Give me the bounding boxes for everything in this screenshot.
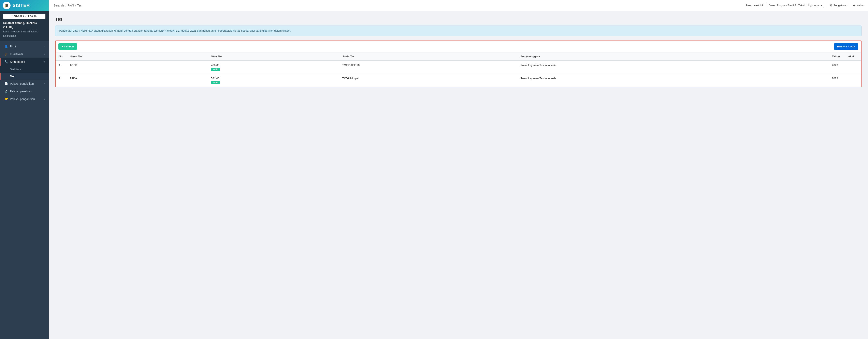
chevron-right-icon3: › (44, 82, 45, 85)
logout-button[interactable]: Keluar (853, 4, 864, 7)
cell-aksi (845, 61, 861, 74)
cell-jenis-tes: TKDA Himpsi (339, 74, 517, 87)
right-controls: Peran saat ini: Dosen Program Studi S1 T… (746, 3, 864, 8)
sidebar-item-pelaks-pendidikan[interactable]: 📄 Pelaks. pendidikan › (0, 80, 49, 88)
gear-icon (830, 4, 833, 7)
top-header: 🎓 SISTER Beranda / Profil / Tes Peran sa… (0, 0, 868, 11)
sidebar-welcome: Selamat datang, HENING GALIH, Dosen Prog… (3, 21, 45, 38)
sidebar-user-role: Dosen Program Studi S1 Teknik Lingkungan (3, 30, 38, 37)
kompetensi-icon: 🔧 (4, 60, 8, 63)
cell-jenis-tes: TOEP-TEFLIN (339, 61, 517, 74)
sidebar-item-kompetensi[interactable]: 🔧 Kompetensi ∨ (0, 58, 49, 66)
col-header-aksi: Aksi (845, 52, 861, 61)
sidebar-item-pelaks-pengabdian[interactable]: 🤝 Pelaks. pengabdian › (0, 95, 49, 103)
col-header-nama-tes: Nama Tes (66, 52, 208, 61)
col-header-jenis-tes: Jenis Tes (339, 52, 517, 61)
chevron-right-icon4: › (44, 90, 45, 93)
role-value: Dosen Program Studi S1 Teknik Lingkungan (768, 4, 820, 7)
logout-label: Keluar (857, 4, 864, 7)
app-name: SISTER (12, 3, 30, 8)
col-header-no: No. (56, 52, 66, 61)
cell-tahun: 2023 (829, 74, 845, 87)
tambah-button[interactable]: + Tambah (58, 43, 77, 49)
page-title: Tes (55, 16, 862, 22)
chevron-down-icon2: ∨ (43, 61, 45, 63)
penelitian-icon: 🔬 (4, 90, 8, 93)
col-header-tahun: Tahun (829, 52, 845, 61)
info-box: Pengajuan data TKBI/TKDA dapat dilakukan… (55, 26, 862, 36)
sidebar-item-profil[interactable]: 👤 Profil › (0, 42, 49, 50)
riwayat-label: Riwayat Ajuan (837, 45, 855, 48)
table-row: 2 TPDA 531.00 Valid TKDA Himpsi Pusat La… (56, 74, 861, 87)
cell-penyelenggara: Pusat Layanan Tes Indonesia (517, 74, 829, 87)
kualifikasi-icon: 🎓 (4, 53, 8, 56)
sidebar-user-card: 15/9/2023 - 11.00.36 Selamat datang, HEN… (0, 11, 49, 41)
sidebar-profil-label: Profil (10, 45, 17, 48)
divider2 (850, 3, 850, 8)
role-select[interactable]: Dosen Program Studi S1 Teknik Lingkungan… (767, 3, 824, 8)
cell-tahun: 2023 (829, 61, 845, 74)
profil-icon: 👤 (4, 45, 8, 48)
pendidikan-icon: 📄 (4, 82, 8, 85)
table-section: + Tambah Riwayat Ajuan No. Nama Tes Skor… (55, 40, 862, 87)
sidebar-item-tes[interactable]: Tes (0, 73, 49, 80)
sidebar: 15/9/2023 - 11.00.36 Selamat datang, HEN… (0, 11, 49, 339)
pengabdian-icon: 🤝 (4, 98, 8, 101)
breadcrumb-beranda[interactable]: Beranda (54, 4, 64, 7)
sidebar-username: Selamat datang, HENING GALIH, (3, 21, 37, 29)
role-label: Peran saat ini: (746, 4, 764, 7)
main-content: Tes Pengajuan data TKBI/TKDA dapat dilak… (49, 11, 868, 339)
sidebar-item-pelaks-penelitian[interactable]: 🔬 Pelaks. penelitian › (0, 88, 49, 95)
cell-skor-tes: 531.00 Valid (208, 74, 339, 87)
table-header-row: No. Nama Tes Skor Tes Jenis Tes Penyelen… (56, 52, 861, 61)
cell-nama-tes: TPDA (66, 74, 208, 87)
chevron-right-icon5: › (44, 98, 45, 100)
tes-table: No. Nama Tes Skor Tes Jenis Tes Penyelen… (56, 52, 861, 87)
badge-valid: Valid (211, 68, 220, 71)
table-actions: + Tambah Riwayat Ajuan (56, 41, 861, 52)
cell-nama-tes: TOEP (66, 61, 208, 74)
sidebar-kompetensi-label: Kompetensi (10, 60, 25, 63)
sidebar-item-sertifikasi[interactable]: Sertifikasi (0, 66, 49, 73)
cell-penyelenggara: Pusat Layanan Tes Indonesia (517, 61, 829, 74)
sidebar-penelitian-label: Pelaks. penelitian (10, 90, 32, 93)
sidebar-date: 15/9/2023 - 11.00.36 (3, 14, 45, 19)
chevron-down-icon: ▾ (821, 4, 822, 7)
logo-area: 🎓 SISTER (0, 0, 49, 11)
tambah-label: + Tambah (62, 45, 74, 48)
settings-button[interactable]: Pengaturan (830, 4, 847, 7)
chevron-right-icon: › (44, 45, 45, 47)
col-header-penyelenggara: Penyelenggara (517, 52, 829, 61)
chevron-right-icon2: › (44, 53, 45, 55)
sidebar-menu: 👤 Profil › 🎓 Kualifikasi › 🔧 Kompetensi (0, 41, 49, 339)
table-row: 1 TOEP 488.00 Valid TOEP-TEFLIN Pusat La… (56, 61, 861, 74)
riwayat-ajuan-button[interactable]: Riwayat Ajuan (834, 43, 858, 49)
col-header-skor-tes: Skor Tes (208, 52, 339, 61)
sidebar-kualifikasi-label: Kualifikasi (10, 53, 23, 56)
cell-skor-tes: 488.00 Valid (208, 61, 339, 74)
info-text: Pengajuan data TKBI/TKDA dapat dilakukan… (59, 29, 291, 32)
sidebar-pendidikan-label: Pelaks. pendidikan (10, 82, 34, 85)
kompetensi-submenu: Sertifikasi Tes (0, 66, 49, 80)
breadcrumb-profil[interactable]: Profil (67, 4, 74, 7)
cell-no: 1 (56, 61, 66, 74)
breadcrumb: Beranda / Profil / Tes (49, 4, 746, 7)
settings-label: Pengaturan (834, 4, 847, 7)
logout-icon (853, 4, 856, 7)
sidebar-pengabdian-label: Pelaks. pengabdian (10, 98, 35, 101)
sidebar-item-kualifikasi[interactable]: 🎓 Kualifikasi › (0, 50, 49, 58)
cell-no: 2 (56, 74, 66, 87)
layout: 15/9/2023 - 11.00.36 Selamat datang, HEN… (0, 11, 868, 339)
app-logo-icon: 🎓 (3, 2, 10, 9)
breadcrumb-current: Tes (77, 4, 82, 7)
badge-valid: Valid (211, 81, 220, 84)
cell-aksi (845, 74, 861, 87)
